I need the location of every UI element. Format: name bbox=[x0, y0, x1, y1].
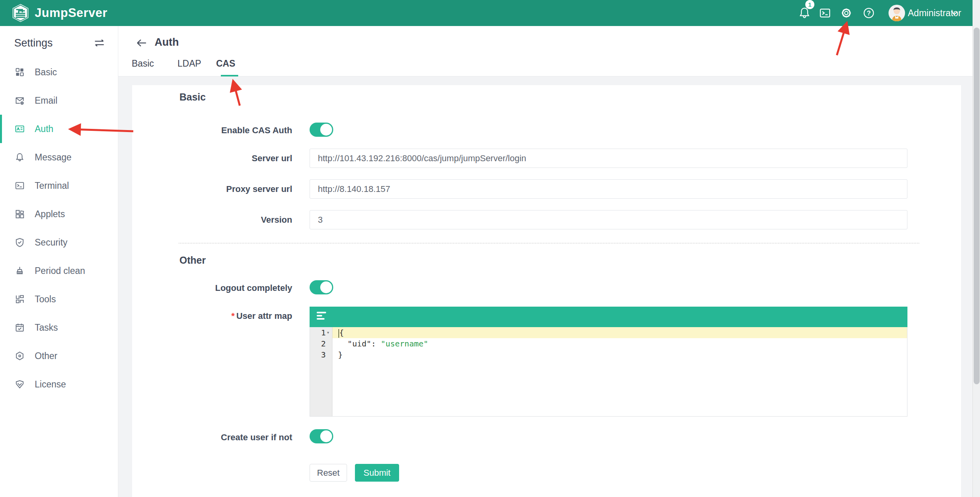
sidebar-item-label: Period clean bbox=[35, 266, 85, 276]
user-attr-map-label: *User attr map bbox=[132, 311, 292, 321]
user-avatar[interactable] bbox=[888, 0, 905, 26]
json-key: "uid" bbox=[347, 339, 371, 348]
help-button[interactable]: ? bbox=[860, 0, 877, 26]
page-scrollbar bbox=[973, 0, 980, 497]
sidebar-title: Settings bbox=[14, 37, 53, 49]
jumpserver-app: JumpServer 1 bbox=[0, 0, 980, 497]
settings-button[interactable] bbox=[838, 0, 855, 26]
editor-code-area[interactable]: 1 ▾ 2 3 { "uid": "username" } bbox=[310, 327, 907, 417]
user-menu-toggle[interactable] bbox=[946, 0, 963, 26]
sidebar-nav: Basic Email Auth Message bbox=[0, 58, 118, 398]
avatar-image bbox=[888, 4, 905, 22]
sidebar-collapse-button[interactable] bbox=[93, 38, 105, 50]
sidebar-item-label: Message bbox=[35, 152, 71, 163]
sidebar-item-tools[interactable]: Tools bbox=[0, 285, 118, 313]
server-url-input[interactable] bbox=[310, 149, 907, 168]
editor-gutter: 1 ▾ 2 3 bbox=[310, 327, 332, 416]
back-button[interactable] bbox=[136, 36, 151, 50]
sidebar-item-auth[interactable]: Auth bbox=[0, 115, 118, 143]
page-title: Auth bbox=[155, 36, 179, 48]
sidebar-item-email[interactable]: Email bbox=[0, 86, 118, 115]
version-input[interactable] bbox=[310, 210, 907, 229]
sidebar-item-label: Tasks bbox=[35, 322, 58, 333]
section-divider bbox=[179, 243, 919, 244]
app-logo[interactable]: JumpServer bbox=[12, 0, 107, 26]
terminal-icon bbox=[819, 7, 831, 19]
settings-sidebar: Settings Basic Email bbox=[0, 26, 118, 497]
scrollbar-thumb[interactable] bbox=[974, 28, 980, 384]
broom-icon bbox=[14, 265, 25, 276]
server-url-label: Server url bbox=[132, 153, 292, 164]
web-terminal-button[interactable] bbox=[816, 0, 834, 26]
tools-blocks-icon bbox=[14, 294, 25, 305]
sidebar-item-period-clean[interactable]: Period clean bbox=[0, 257, 118, 285]
sidebar-item-label: Applets bbox=[35, 209, 65, 220]
create-user-label: Create user if not bbox=[132, 432, 292, 443]
logout-completely-label: Logout completely bbox=[132, 283, 292, 293]
cas-settings-card: Basic Enable CAS Auth Server url Proxy s… bbox=[132, 85, 961, 497]
json-value: "username" bbox=[381, 339, 428, 348]
logo-text: JumpServer bbox=[35, 6, 107, 20]
sidebar-item-label: Basic bbox=[35, 67, 57, 78]
reset-button[interactable]: Reset bbox=[310, 464, 347, 482]
svg-text:?: ? bbox=[867, 9, 871, 17]
sidebar-item-security[interactable]: Security bbox=[0, 228, 118, 257]
logout-completely-toggle[interactable] bbox=[310, 280, 333, 294]
terminal-window-icon bbox=[14, 180, 25, 191]
line-number: 3 bbox=[310, 350, 326, 359]
gear-icon bbox=[840, 7, 853, 19]
line-number: 2 bbox=[310, 339, 326, 348]
submit-button[interactable]: Submit bbox=[355, 464, 399, 482]
help-icon: ? bbox=[863, 7, 875, 19]
hexagon-nut-icon bbox=[14, 350, 25, 361]
format-code-icon[interactable] bbox=[317, 312, 329, 322]
calendar-check-icon bbox=[14, 322, 25, 333]
sidebar-item-label: Auth bbox=[35, 124, 53, 134]
top-header: JumpServer 1 bbox=[0, 0, 980, 26]
section-title-other: Other bbox=[179, 255, 206, 266]
user-attr-map-editor[interactable]: 1 ▾ 2 3 { "uid": "username" } bbox=[310, 307, 907, 417]
code-line-2: "uid": "username" bbox=[332, 338, 907, 349]
version-label: Version bbox=[132, 215, 292, 225]
tab-ldap[interactable]: LDAP bbox=[177, 58, 201, 76]
toggle-knob bbox=[320, 281, 332, 293]
code-line-1: { bbox=[332, 327, 907, 338]
sidebar-item-applets[interactable]: Applets bbox=[0, 200, 118, 228]
sidebar-item-terminal[interactable]: Terminal bbox=[0, 171, 118, 200]
proxy-server-url-input[interactable] bbox=[310, 179, 907, 199]
bell-outline-icon bbox=[14, 152, 25, 163]
sidebar-item-basic[interactable]: Basic bbox=[0, 58, 118, 86]
sidebar-item-label: Tools bbox=[35, 294, 56, 305]
id-card-icon bbox=[14, 123, 25, 134]
sidebar-item-label: Other bbox=[35, 351, 58, 361]
tab-basic[interactable]: Basic bbox=[132, 58, 154, 76]
notification-badge: 1 bbox=[805, 0, 814, 9]
create-user-toggle[interactable] bbox=[310, 429, 333, 443]
sidebar-item-label: Email bbox=[35, 95, 58, 106]
required-asterisk: * bbox=[231, 311, 235, 321]
editor-toolbar bbox=[310, 307, 907, 327]
sidebar-item-message[interactable]: Message bbox=[0, 143, 118, 171]
code-line-3: } bbox=[332, 349, 907, 360]
sidebar-item-license[interactable]: License bbox=[0, 370, 118, 398]
sidebar-item-other[interactable]: Other bbox=[0, 342, 118, 370]
line-number: 1 bbox=[310, 328, 326, 337]
grid-icon bbox=[14, 67, 25, 78]
license-badge-icon bbox=[14, 379, 25, 390]
fold-arrow-icon[interactable]: ▾ bbox=[327, 329, 330, 335]
sidebar-item-label: License bbox=[35, 379, 66, 390]
sidebar-item-label: Terminal bbox=[35, 181, 69, 191]
enable-cas-auth-label: Enable CAS Auth bbox=[132, 125, 292, 136]
sidebar-header: Settings bbox=[0, 26, 118, 58]
tab-cas[interactable]: CAS bbox=[216, 58, 235, 76]
sidebar-item-tasks[interactable]: Tasks bbox=[0, 313, 118, 342]
applets-grid-icon bbox=[14, 208, 25, 220]
shield-check-icon bbox=[14, 237, 25, 248]
chevron-down-icon bbox=[949, 8, 959, 18]
sidebar-item-label: Security bbox=[35, 237, 67, 248]
jumpserver-logo-icon bbox=[12, 4, 29, 22]
collapse-arrows-icon bbox=[93, 38, 105, 48]
active-tab-underline bbox=[221, 75, 238, 76]
enable-cas-auth-toggle[interactable] bbox=[310, 123, 333, 137]
email-gear-icon bbox=[14, 95, 25, 106]
